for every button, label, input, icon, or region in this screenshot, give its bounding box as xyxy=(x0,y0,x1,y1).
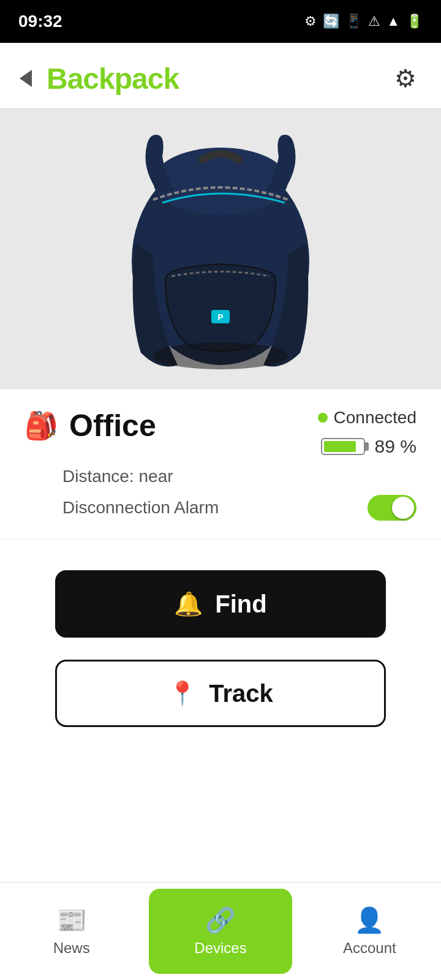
settings-button[interactable]: ⚙ xyxy=(388,61,423,96)
gear-icon: ⚙ xyxy=(394,64,417,92)
battery-container xyxy=(321,438,365,455)
bottom-navigation: 📰 News 🔗 Devices 👤 Account xyxy=(0,882,441,980)
backpack-illustration: P xyxy=(104,120,337,377)
alert-icon: ⚠ xyxy=(368,13,380,29)
battery-icon: 🔋 xyxy=(406,13,423,29)
bell-icon: 🔔 xyxy=(174,590,203,617)
phone-icon: 📱 xyxy=(345,13,362,29)
nav-label-account: Account xyxy=(343,940,396,957)
track-button[interactable]: 📍 Track xyxy=(55,660,386,727)
status-bar: 09:32 ⚙ 🔄 📱 ⚠ ▲ 🔋 xyxy=(0,0,441,43)
distance-text: Distance: near xyxy=(62,467,417,486)
actions-section: 🔔 Find 📍 Track xyxy=(0,540,441,758)
connection-status-text: Connected xyxy=(334,408,417,428)
header-left: Backpack xyxy=(12,62,179,96)
find-button[interactable]: 🔔 Find xyxy=(55,570,386,638)
main-container: Backpack ⚙ P xyxy=(0,43,441,980)
connected-indicator xyxy=(318,413,328,423)
wifi-icon: ▲ xyxy=(386,13,400,29)
status-icons: ⚙ 🔄 📱 ⚠ ▲ 🔋 xyxy=(304,13,423,29)
nav-item-devices[interactable]: 🔗 Devices xyxy=(149,889,292,974)
location-icon: 📍 xyxy=(168,680,197,707)
disconnection-alarm-toggle[interactable] xyxy=(368,495,417,521)
device-info-section: 🎒 Office Connected 89 % Distance: near xyxy=(0,390,441,540)
back-chevron-icon xyxy=(20,70,32,87)
find-button-label: Find xyxy=(215,590,266,618)
device-name: Office xyxy=(69,408,156,443)
device-header: 🎒 Office Connected 89 % xyxy=(24,408,417,457)
device-status-panel: Connected 89 % xyxy=(318,408,417,457)
product-image: P xyxy=(0,108,441,390)
back-button[interactable] xyxy=(12,65,39,92)
notification-icon: ⚙ xyxy=(304,13,317,29)
nav-item-account[interactable]: 👤 Account xyxy=(298,883,441,980)
battery-row: 89 % xyxy=(321,436,417,457)
alarm-row: Disconnection Alarm xyxy=(62,495,417,521)
devices-icon: 🔗 xyxy=(205,906,236,935)
bag-icon: 🎒 xyxy=(24,410,58,442)
header: Backpack ⚙ xyxy=(0,43,441,108)
status-time: 09:32 xyxy=(18,12,62,31)
connection-status-row: Connected xyxy=(318,408,417,428)
svg-point-1 xyxy=(153,148,288,215)
nav-item-news[interactable]: 📰 News xyxy=(0,883,143,980)
track-button-label: Track xyxy=(209,680,273,707)
device-details: Distance: near Disconnection Alarm xyxy=(62,467,417,521)
alarm-label: Disconnection Alarm xyxy=(62,498,219,518)
sync-icon: 🔄 xyxy=(323,13,339,29)
nav-label-news: News xyxy=(53,940,90,957)
device-name-row: 🎒 Office xyxy=(24,408,156,443)
battery-fill xyxy=(324,441,356,452)
svg-text:P: P xyxy=(217,312,223,322)
page-title: Backpack xyxy=(47,62,179,96)
battery-percent: 89 % xyxy=(375,436,417,457)
nav-label-devices: Devices xyxy=(194,940,246,957)
news-icon: 📰 xyxy=(56,906,87,935)
toggle-knob xyxy=(392,497,414,519)
svg-point-4 xyxy=(153,342,288,369)
account-icon: 👤 xyxy=(354,906,385,935)
